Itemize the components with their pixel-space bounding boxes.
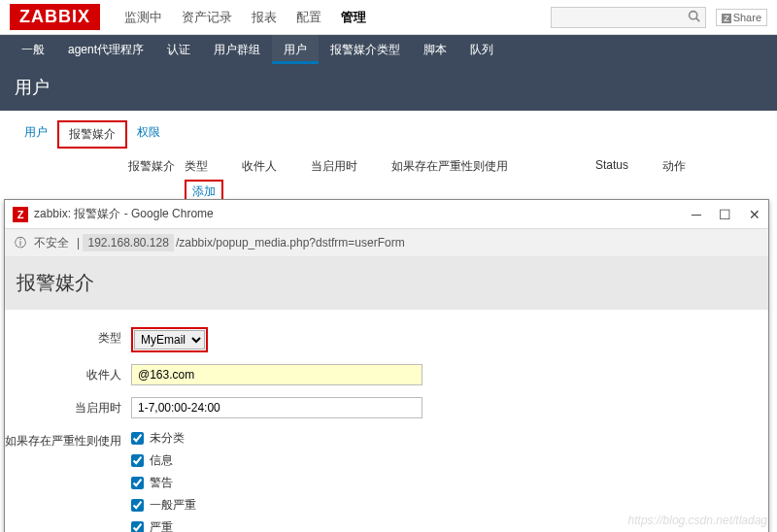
- insecure-label: 不安全: [34, 235, 69, 251]
- col-type: 类型: [185, 158, 208, 175]
- subnav-general[interactable]: 一般: [10, 35, 56, 64]
- col-recipient: 收件人: [242, 158, 277, 175]
- popup-window-title: zabbix: 报警媒介 - Google Chrome: [34, 206, 214, 222]
- info-icon[interactable]: ⓘ: [15, 235, 26, 251]
- tab-media[interactable]: 报警媒介: [57, 120, 127, 149]
- subnav-queue[interactable]: 队列: [458, 35, 505, 64]
- nav-inventory[interactable]: 资产记录: [172, 9, 242, 26]
- col-when: 当启用时: [311, 158, 357, 175]
- nav-monitoring[interactable]: 监测中: [115, 9, 172, 26]
- col-severity: 如果存在严重性则使用: [391, 158, 508, 175]
- col-action: 动作: [662, 158, 686, 175]
- subnav-auth[interactable]: 认证: [155, 35, 202, 64]
- close-icon[interactable]: ✕: [749, 207, 760, 222]
- maximize-icon[interactable]: ☐: [719, 207, 731, 222]
- logo: ZABBIX: [10, 4, 100, 30]
- search-input[interactable]: [551, 7, 706, 28]
- nav-reports[interactable]: 报表: [242, 9, 287, 26]
- svg-line-1: [696, 17, 699, 20]
- subnav-users[interactable]: 用户: [272, 35, 319, 64]
- subnav-usergroups[interactable]: 用户群组: [202, 35, 272, 64]
- page-title: 用户: [0, 64, 777, 111]
- col-status: Status: [595, 158, 628, 175]
- zabbix-favicon: Z: [13, 207, 28, 222]
- top-header: ZABBIX 监测中 资产记录 报表 配置 管理 ZShare: [0, 0, 777, 35]
- url-ip: 192.168.80.128: [83, 234, 173, 251]
- sub-nav: 一般 agent代理程序 认证 用户群组 用户 报警媒介类型 脚本 队列: [0, 35, 777, 64]
- share-button[interactable]: ZShare: [716, 9, 767, 26]
- tab-permissions[interactable]: 权限: [127, 120, 170, 149]
- popup-window: Z zabbix: 报警媒介 - Google Chrome ─ ☐ ✕ ⓘ 不…: [4, 199, 769, 254]
- minimize-icon[interactable]: ─: [692, 207, 701, 222]
- media-label: 报警媒介: [117, 158, 175, 175]
- nav-admin[interactable]: 管理: [331, 9, 376, 26]
- subnav-mediatypes[interactable]: 报警媒介类型: [319, 35, 412, 64]
- url-bar: ⓘ 不安全 | 192.168.80.128 /zabbix/popup_med…: [5, 229, 768, 254]
- tab-user[interactable]: 用户: [15, 120, 57, 149]
- main-nav: 监测中 资产记录 报表 配置 管理: [115, 9, 376, 26]
- subnav-scripts[interactable]: 脚本: [412, 35, 458, 64]
- header-right: ZShare: [551, 7, 767, 28]
- url-path: /zabbix/popup_media.php?dstfrm=userForm: [176, 236, 405, 249]
- media-columns: 类型 收件人 当启用时 如果存在严重性则使用 Status 动作: [185, 158, 720, 175]
- svg-point-0: [690, 11, 697, 18]
- subnav-proxies[interactable]: agent代理程序: [56, 35, 155, 64]
- nav-config[interactable]: 配置: [287, 9, 331, 26]
- user-tabs: 用户 报警媒介 权限: [0, 111, 777, 158]
- popup-titlebar: Z zabbix: 报警媒介 - Google Chrome ─ ☐ ✕: [5, 200, 768, 229]
- search-icon: [688, 10, 700, 25]
